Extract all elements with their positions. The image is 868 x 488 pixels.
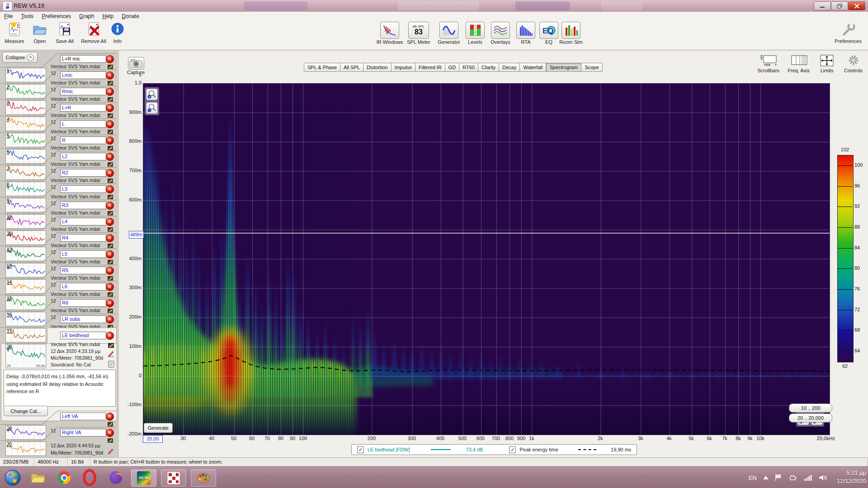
levels-button[interactable]: 0369 Levels	[462, 22, 489, 45]
delete-measurement-button[interactable]: ✕	[106, 315, 114, 324]
edit-file-icon[interactable]	[107, 226, 114, 232]
save-all-button[interactable]: Save All	[52, 22, 77, 44]
zoom-in-time-button[interactable]: +	[146, 89, 158, 100]
edit-file-icon[interactable]	[107, 242, 114, 248]
measurement-name-input[interactable]: L4	[60, 218, 106, 225]
zoom-out-time-button[interactable]: −	[146, 102, 158, 114]
measurement-thumbnail[interactable]: 15	[5, 296, 46, 310]
measurement-name-input[interactable]: LE bedhead	[60, 332, 106, 339]
spl-meter-button[interactable]: dB SPL 83 SPL Meter	[404, 22, 434, 45]
edit-file-icon[interactable]	[107, 145, 114, 150]
edit-date-icon[interactable]	[108, 447, 114, 453]
delete-measurement-button[interactable]: ✕	[106, 120, 114, 128]
edit-file-icon[interactable]	[107, 421, 114, 427]
delete-measurement-button[interactable]: ✕	[106, 283, 114, 291]
delete-measurement-button[interactable]: ✕	[106, 429, 114, 437]
measurement-name-input[interactable]: R2	[60, 169, 106, 177]
freq-axis-button[interactable]: Freq. Axis	[788, 54, 810, 73]
measure-button[interactable]: Measure	[2, 22, 27, 44]
chrome-taskbar-icon[interactable]	[54, 469, 74, 486]
measurement-name-input[interactable]: L5	[60, 250, 106, 258]
edit-file-icon[interactable]	[107, 258, 114, 264]
delete-measurement-button[interactable]: ✕	[106, 299, 114, 307]
tab-all-spl[interactable]: All SPL	[340, 63, 363, 72]
menu-preferences[interactable]: Preferences	[38, 12, 75, 20]
measurement-name-input[interactable]: Lmic	[60, 71, 106, 79]
edit-file-icon[interactable]	[107, 291, 114, 297]
room-sim-button[interactable]: Room Sim	[557, 22, 585, 45]
measurement-thumbnail[interactable]: 13	[5, 263, 46, 277]
measurement-name-input[interactable]: R6	[60, 299, 106, 307]
start-button[interactable]	[4, 469, 22, 486]
tab-filtered-ir[interactable]: Filtered IR	[415, 63, 445, 72]
network-signal-icon[interactable]	[804, 474, 812, 481]
measurement-thumbnail[interactable]: 8	[5, 182, 46, 196]
rta-button[interactable]: RTA	[515, 22, 536, 45]
measurement-thumbnail[interactable]: 11	[5, 230, 46, 245]
peak-energy-checkbox[interactable]: ✓	[509, 446, 516, 453]
grid-app-taskbar-icon[interactable]	[161, 469, 186, 487]
tab-spectrogram[interactable]: Spectrogram	[546, 63, 581, 72]
ir-windows-button[interactable]: IR Windows	[375, 22, 405, 45]
edit-file-icon[interactable]	[107, 96, 114, 102]
menu-graph[interactable]: Graph	[75, 12, 98, 20]
generator-button[interactable]: Generator	[434, 22, 464, 45]
measurement-name-input[interactable]: R4	[60, 234, 106, 242]
action-center-flag-icon[interactable]	[775, 474, 783, 481]
open-button[interactable]: Open	[27, 22, 52, 44]
edit-file-icon[interactable]	[107, 307, 114, 313]
trace-checkbox[interactable]: ✓	[357, 446, 364, 453]
measurement-thumbnail[interactable]: 4	[5, 117, 46, 131]
tab-rt60[interactable]: RT60	[459, 63, 478, 72]
tab-impulse[interactable]: Impulse	[392, 63, 416, 72]
speaker-icon[interactable]	[818, 474, 827, 481]
measurement-thumbnail[interactable]: 14	[5, 279, 46, 294]
delete-measurement-button[interactable]: ✕	[106, 88, 114, 96]
delete-measurement-button[interactable]: ✕	[106, 250, 114, 258]
measurement-thumbnail[interactable]: 18 20 20,0k	[5, 344, 46, 368]
edit-file-icon[interactable]	[107, 63, 114, 69]
measurement-name-input[interactable]: L+R	[60, 104, 106, 112]
notes-icon[interactable]	[108, 361, 115, 370]
measurement-name-input[interactable]: Rmic	[60, 88, 106, 95]
edit-file-icon[interactable]	[107, 80, 114, 85]
edit-file-icon[interactable]	[107, 437, 114, 443]
delete-measurement-button[interactable]: ✕	[106, 104, 114, 112]
tab-waterfall[interactable]: Waterfall	[520, 63, 546, 72]
measurement-thumbnail[interactable]: 5	[5, 133, 46, 147]
range-10-200-button[interactable]: 10 .. 200	[789, 404, 832, 413]
measurement-name-input[interactable]: L+R mic	[60, 55, 106, 63]
range-20-20000-button[interactable]: 20 .. 20.000	[789, 413, 832, 422]
tab-clarity[interactable]: Clarity	[478, 63, 499, 72]
taskbar-clock[interactable]: 5:21 μμ 12/12/2020	[837, 469, 866, 485]
tab-decay[interactable]: Decay	[499, 63, 520, 72]
tab-spl-phase[interactable]: SPL & Phase	[304, 63, 340, 72]
paint-taskbar-icon[interactable]	[191, 469, 216, 487]
measurement-thumbnail[interactable]: 10	[5, 214, 46, 229]
controls-button[interactable]: Controls	[844, 54, 863, 73]
explorer-taskbar-icon[interactable]	[28, 469, 48, 486]
edit-file-icon[interactable]	[107, 193, 114, 199]
edit-file-icon[interactable]	[107, 177, 114, 183]
measurement-thumbnail[interactable]: 3	[5, 100, 46, 115]
delete-measurement-button[interactable]: ✕	[106, 153, 114, 161]
menu-file[interactable]: File	[0, 12, 17, 20]
measurement-thumbnail[interactable]: 16	[5, 312, 46, 326]
measurement-thumbnail[interactable]: 19	[5, 425, 46, 440]
measurement-name-input[interactable]: L3	[60, 185, 106, 193]
measurement-notes-box[interactable]: Delay -3,078±0,010 ms (-1.056 mm, -41,56…	[4, 370, 116, 407]
language-indicator[interactable]: EN	[749, 474, 757, 481]
delete-measurement-button[interactable]: ✕	[106, 413, 114, 421]
collapse-button[interactable]: Collapse «	[2, 52, 38, 63]
overlays-button[interactable]: Overlays	[486, 22, 514, 45]
edit-file-icon[interactable]	[107, 128, 114, 134]
measurement-name-input[interactable]: R	[60, 136, 106, 144]
tab-distortion[interactable]: Distortion	[363, 63, 391, 72]
power-plug-icon[interactable]	[789, 474, 797, 481]
change-cal-button[interactable]: Change Cal...	[4, 406, 48, 416]
delete-measurement-button[interactable]: ✕	[106, 169, 114, 177]
eq-button[interactable]: EQ EQ	[539, 22, 559, 45]
delete-measurement-button[interactable]: ✕	[106, 234, 114, 242]
preferences-button[interactable]: Preferences	[833, 22, 863, 44]
close-button[interactable]	[848, 1, 865, 10]
